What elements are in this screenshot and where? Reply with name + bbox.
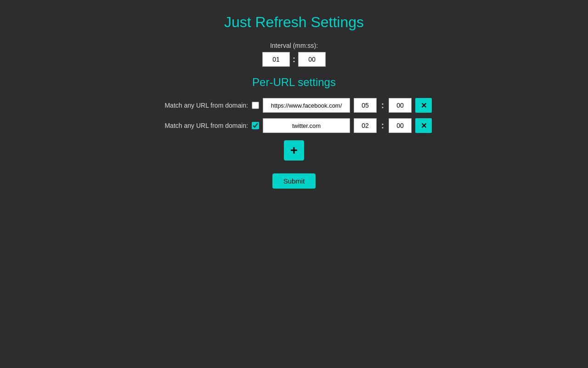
url-checkbox-1[interactable] [252, 102, 259, 109]
interval-colon: : [293, 55, 295, 64]
submit-button[interactable]: Submit [272, 173, 316, 189]
url-minutes-2[interactable] [354, 118, 377, 133]
add-url-button[interactable]: + [284, 140, 304, 161]
url-input-1[interactable] [263, 98, 350, 113]
page-title: Just Refresh Settings [224, 14, 364, 31]
url-row-1: Match any URL from domain: : ✕ [156, 98, 432, 113]
interval-inputs: : [262, 52, 326, 67]
url-checkbox-2[interactable] [252, 122, 259, 129]
delete-button-2[interactable]: ✕ [415, 118, 432, 133]
url-seconds-2[interactable] [389, 118, 412, 133]
match-label-2: Match any URL from domain: [156, 122, 248, 129]
url-colon-1: : [381, 101, 384, 110]
interval-seconds-input[interactable] [298, 52, 326, 67]
per-url-title: Per-URL settings [252, 76, 336, 89]
plus-icon: + [290, 144, 298, 157]
interval-section: Interval (mm:ss): : [262, 42, 326, 67]
per-url-section: Match any URL from domain: : ✕ Match any… [0, 98, 588, 189]
url-input-2[interactable] [263, 118, 350, 133]
interval-minutes-input[interactable] [262, 52, 290, 67]
url-row-2: Match any URL from domain: : ✕ [156, 118, 432, 133]
delete-button-1[interactable]: ✕ [415, 98, 432, 113]
delete-icon-1: ✕ [421, 101, 427, 110]
url-minutes-1[interactable] [354, 98, 377, 113]
interval-label: Interval (mm:ss): [270, 42, 318, 49]
url-seconds-1[interactable] [389, 98, 412, 113]
url-colon-2: : [381, 121, 384, 131]
match-label-1: Match any URL from domain: [156, 102, 248, 109]
delete-icon-2: ✕ [421, 121, 427, 130]
